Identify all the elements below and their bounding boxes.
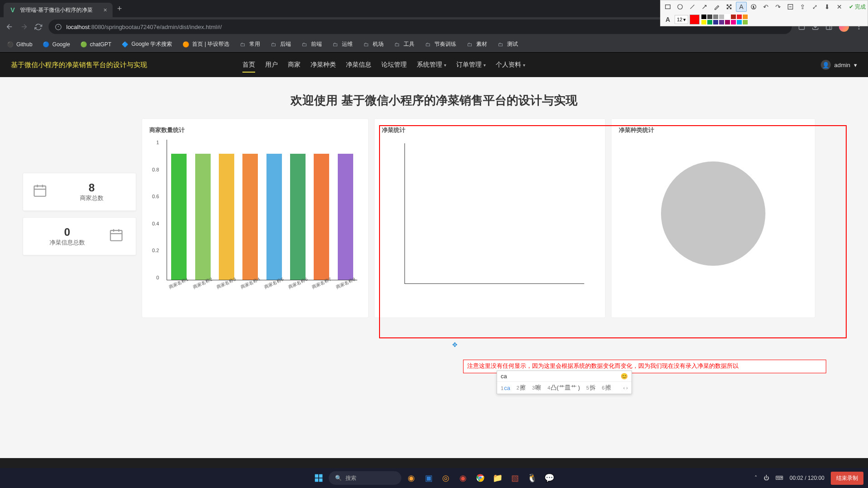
redo-tool[interactable]: ↷ — [773, 2, 784, 12]
bookmark-item[interactable]: 🗀后端 — [270, 40, 291, 48]
color-swatch[interactable] — [736, 20, 742, 25]
ime-candidate[interactable]: 2擦 — [517, 384, 526, 392]
color-swatch[interactable] — [725, 14, 730, 20]
svg-line-20 — [703, 5, 706, 9]
ime-candidate[interactable]: 5拆 — [587, 384, 596, 392]
color-swatch[interactable] — [730, 20, 736, 25]
nav-item-6[interactable]: 系统管理▾ — [412, 55, 451, 74]
active-color-swatch[interactable] — [690, 15, 700, 24]
tray-chevron-icon[interactable]: ˄ — [755, 475, 757, 481]
new-tab-button[interactable]: + — [117, 4, 122, 14]
nav-item-3[interactable]: 净菜种类 — [306, 55, 340, 74]
share-tool[interactable]: ⇪ — [797, 2, 808, 12]
color-swatch[interactable] — [701, 14, 707, 20]
bookmark-item[interactable]: 🗀节奏训练 — [424, 40, 456, 48]
bookmark-item[interactable]: 🔵Google — [42, 41, 70, 48]
color-palette — [701, 14, 751, 25]
close-icon[interactable]: × — [104, 6, 107, 14]
taskbar-search[interactable]: 🔍 搜索 — [329, 471, 401, 485]
stat-label: 净菜信息总数 — [49, 239, 85, 247]
counter-tool[interactable]: 1 — [748, 2, 759, 12]
undo-tool[interactable]: ↶ — [760, 2, 771, 12]
rect-tool[interactable] — [662, 2, 673, 12]
ime-candidate[interactable]: 1ca — [501, 385, 510, 391]
bookmark-item[interactable]: 🗀素材 — [466, 40, 487, 48]
task-app-3[interactable]: ◎ — [439, 471, 453, 485]
bookmark-item[interactable]: 🗀前端 — [301, 40, 322, 48]
bookmark-label: 节奏训练 — [434, 40, 456, 48]
y-tick: 0.4 — [152, 221, 159, 226]
nav-item-2[interactable]: 商家 — [283, 55, 305, 74]
browser-tab[interactable]: V 管理端-基于微信小程序的净菜 × — [4, 3, 113, 17]
ime-candidate[interactable]: 4凸(艹皿艹 ) — [547, 384, 580, 392]
font-size-selector[interactable]: 12 ▾ — [675, 15, 688, 24]
line-tool[interactable] — [687, 2, 698, 12]
task-app-1[interactable]: ◉ — [404, 471, 419, 485]
done-button[interactable]: ✔完成 — [849, 3, 866, 11]
bookmark-label: 首页 | 毕设帮选 — [192, 40, 229, 48]
chart-veg-category: 净菜种类统计 — [611, 118, 815, 318]
stop-record-button[interactable]: 结束录制 — [831, 472, 863, 485]
nav-item-0[interactable]: 首页 — [238, 55, 260, 74]
bookmark-item[interactable]: 🔷Google 学术搜索 — [121, 40, 172, 48]
ime-candidate[interactable]: 6攃 — [602, 384, 611, 392]
reload-button[interactable] — [35, 23, 42, 31]
nav-item-1[interactable]: 用户 — [261, 55, 282, 74]
annotation-toolbar: A 1 ↶ ↷ ⇪ ⤢ ⬇ ✕ ✔完成 A 12 ▾ — [660, 0, 868, 26]
svg-rect-21 — [727, 5, 729, 6]
nav-item-5[interactable]: 论坛管理 — [377, 55, 411, 74]
chrome-icon[interactable] — [473, 471, 488, 485]
cancel-tool[interactable]: ✕ — [834, 2, 845, 12]
color-swatch[interactable] — [730, 14, 736, 20]
back-button[interactable] — [5, 23, 14, 31]
bookmark-item[interactable]: 🟢chatGPT — [80, 41, 111, 48]
ime-candidate[interactable]: 3嚓 — [532, 384, 541, 392]
ime-candidate-window[interactable]: ca 😊 1ca2擦3嚓4凸(艹皿艹 )5拆6攃‹› — [497, 371, 632, 394]
pin-tool[interactable]: ⤢ — [809, 2, 820, 12]
circle-tool[interactable] — [675, 2, 686, 12]
color-swatch[interactable] — [719, 20, 725, 25]
text-tool[interactable]: A — [736, 2, 747, 12]
task-app-5[interactable]: ▧ — [508, 471, 522, 485]
site-info-icon[interactable] — [55, 24, 62, 30]
task-app-4[interactable]: ◉ — [456, 471, 470, 485]
color-swatch[interactable] — [707, 14, 713, 20]
stat-value: 0 — [64, 226, 70, 239]
arrow-tool[interactable] — [699, 2, 710, 12]
start-button[interactable] — [311, 471, 326, 485]
tray-wifi-icon[interactable]: ⏻ — [764, 475, 769, 481]
ocr-tool[interactable] — [785, 2, 796, 12]
save-tool[interactable]: ⬇ — [822, 2, 833, 12]
bookmark-item[interactable]: 🗀测试 — [497, 40, 518, 48]
tray-sound-icon[interactable]: ⌨ — [775, 475, 783, 481]
nav-item-7[interactable]: 订单管理▾ — [452, 55, 490, 74]
color-swatch[interactable] — [719, 14, 725, 20]
wechat-icon[interactable]: 💬 — [542, 471, 557, 485]
nav-item-8[interactable]: 个人资料▾ — [491, 55, 530, 74]
user-menu[interactable]: 👤 admin ▾ — [821, 60, 857, 70]
task-app-6[interactable]: 🐧 — [525, 471, 539, 485]
windows-taskbar: 🔍 搜索 ◉ ▣ ◎ ◉ 📁 ▧ 🐧 💬 ˄ ⏻ ⌨ 00:02 / 120:0… — [0, 468, 868, 488]
bookmark-item[interactable]: 🗀机场 — [363, 40, 384, 48]
bookmark-item[interactable]: 🗀运维 — [332, 40, 353, 48]
emoji-icon[interactable]: 😊 — [621, 373, 628, 380]
task-app-2[interactable]: ▣ — [421, 471, 436, 485]
color-swatch[interactable] — [713, 14, 719, 20]
color-swatch[interactable] — [725, 20, 730, 25]
bookmark-item[interactable]: 🗀常用 — [239, 40, 260, 48]
color-swatch[interactable] — [713, 20, 719, 25]
mosaic-tool[interactable] — [724, 2, 735, 12]
pen-tool[interactable] — [711, 2, 722, 12]
bookmark-item[interactable]: 🟠首页 | 毕设帮选 — [182, 40, 229, 48]
color-swatch[interactable] — [742, 20, 748, 25]
ime-nav[interactable]: ‹› — [623, 385, 628, 390]
explorer-icon[interactable]: 📁 — [490, 471, 505, 485]
bookmark-item[interactable]: ⚫Github — [6, 41, 32, 48]
color-swatch[interactable] — [736, 14, 742, 20]
color-swatch[interactable] — [707, 20, 713, 25]
color-swatch[interactable] — [742, 14, 748, 20]
bookmark-item[interactable]: 🗀工具 — [394, 40, 414, 48]
nav-item-4[interactable]: 净菜信息 — [341, 55, 376, 74]
forward-button[interactable] — [20, 23, 28, 31]
color-swatch[interactable] — [701, 20, 707, 25]
